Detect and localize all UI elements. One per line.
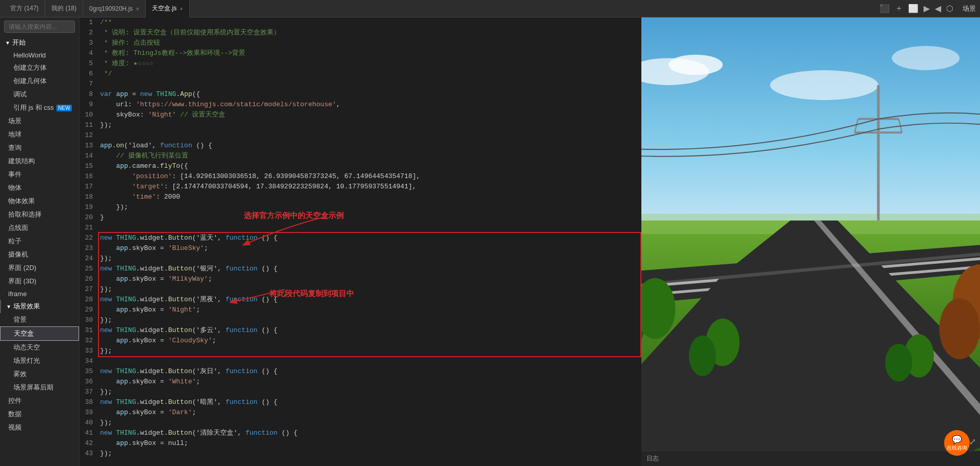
sidebar-item-iframe[interactable]: iframe (0, 288, 79, 300)
code-line: 8var app = new THING.App({ (80, 89, 641, 100)
sidebar-item-video[interactable]: 视频 (0, 421, 79, 434)
code-line: 21 (80, 223, 641, 233)
line-number: 38 (80, 397, 98, 407)
svg-point-25 (689, 336, 716, 376)
sidebar-item-data[interactable]: 数据 (0, 407, 79, 421)
line-content: skyBox: 'Night' // 设置天空盒 (98, 110, 641, 120)
tab-group: 官方 (147) 我的 (18) 0grq190920H.js × 天空盒.js… (4, 0, 190, 17)
tab-file1-label: 0grq190920H.js (89, 5, 133, 12)
code-line: 37}); (80, 387, 641, 397)
line-content: }); (98, 315, 641, 325)
search-input[interactable] (4, 21, 75, 33)
sidebar-item-scene[interactable]: 场景 (0, 114, 79, 128)
line-number: 5 (80, 59, 98, 69)
code-line: 23 app.skyBox = 'BlueSky'; (80, 243, 641, 254)
scene-label: 场景 (963, 4, 976, 13)
sidebar-item-camera[interactable]: 摄像机 (0, 248, 79, 261)
sidebar-item-particle[interactable]: 粒子 (0, 235, 79, 248)
online-chat-button[interactable]: 💬 在线咨询 (944, 430, 970, 456)
toolbar-icon-3[interactable]: ⬜ (908, 4, 918, 13)
toolbar-icon-2[interactable]: ＋ (895, 3, 903, 14)
code-line: 16 'position': [14.929613003036518, 26.9… (80, 171, 641, 182)
sidebar-item-control[interactable]: 控件 (0, 394, 79, 407)
sidebar-item-create-geo[interactable]: 创建几何体 (0, 74, 79, 88)
code-line: 27}); (80, 284, 641, 295)
line-content: */ (98, 69, 641, 79)
sidebar: ▼ 开始 HelloWorld 创建立方体 创建几何体 调试 引用 js 和 c… (0, 17, 80, 466)
line-content: new THING.widget.Button('清除天空盒', functio… (98, 428, 641, 438)
tab-file2-close[interactable]: × (180, 6, 183, 12)
line-number: 39 (80, 407, 98, 418)
tab-file2-label: 天空盒.js (152, 4, 177, 13)
svg-point-27 (885, 344, 912, 382)
line-number: 24 (80, 254, 98, 264)
line-content: } (98, 212, 641, 223)
line-content: * 说明: 设置天空盒（目前仅能使用系统内置天空盒效果） (98, 28, 641, 38)
toolbar-icon-4[interactable]: ▶ (924, 4, 930, 13)
sidebar-item-import-js-css[interactable]: 引用 js 和 css NEW (0, 101, 79, 114)
line-number: 28 (80, 295, 98, 305)
sidebar-item-scene-light[interactable]: 场景灯光 (0, 354, 79, 367)
line-content (98, 356, 641, 366)
sidebar-item-building[interactable]: 建筑结构 (0, 154, 79, 168)
tab-file1[interactable]: 0grq190920H.js × (83, 0, 146, 17)
sidebar-item-pick-select[interactable]: 拾取和选择 (0, 208, 79, 221)
code-line: 7 (80, 79, 641, 89)
line-number: 19 (80, 202, 98, 212)
line-content: }); (98, 120, 641, 130)
line-number: 23 (80, 243, 98, 254)
toolbar-icon-1[interactable]: ⬛ (879, 4, 890, 13)
sidebar-item-scene-afterimage[interactable]: 场景屏幕后期 (0, 381, 79, 394)
sidebar-item-fog[interactable]: 雾效 (0, 367, 79, 381)
tab-mine[interactable]: 我的 (18) (45, 0, 83, 17)
code-line: 14 // 摄像机飞行到某位置 (80, 151, 641, 161)
code-line: 10 skyBox: 'Night' // 设置天空盒 (80, 110, 641, 120)
code-line: 5 * 难度: ★☆☆☆☆ (80, 59, 641, 69)
tab-file1-close[interactable]: × (136, 6, 139, 12)
line-number: 10 (80, 110, 98, 120)
line-number: 40 (80, 418, 98, 428)
line-number: 22 (80, 233, 98, 243)
sidebar-item-start[interactable]: ▼ 开始 (0, 36, 79, 49)
line-content: app.skyBox = null; (98, 438, 641, 449)
line-number: 36 (80, 377, 98, 387)
sidebar-item-scene-effect[interactable]: ▼ 场景效果 (0, 300, 79, 313)
svg-point-2 (669, 55, 723, 75)
code-editor[interactable]: 1/**2 * 说明: 设置天空盒（目前仅能使用系统内置天空盒效果）3 * 操作… (80, 17, 641, 466)
toolbar-icon-5[interactable]: ◀ (935, 4, 941, 13)
tab-official-label: 官方 (147) (10, 4, 38, 13)
sidebar-item-object-effect[interactable]: 物体效果 (0, 195, 79, 208)
sidebar-item-event[interactable]: 事件 (0, 168, 79, 181)
toolbar-icon-6[interactable]: ⬡ (946, 4, 953, 13)
code-line: 18 'time': 2000 (80, 192, 641, 202)
line-content: }); (98, 387, 641, 397)
sidebar-item-create-cube[interactable]: 创建立方体 (0, 61, 79, 74)
line-number: 15 (80, 161, 98, 171)
sidebar-item-ui-3d[interactable]: 界面 (3D) (0, 275, 79, 288)
line-content: 'position': [14.929613003036518, 26.9399… (98, 171, 641, 182)
code-line: 13app.on('load', function () { (80, 141, 641, 151)
line-number: 29 (80, 305, 98, 315)
sidebar-item-earth[interactable]: 地球 (0, 128, 79, 141)
sidebar-item-object[interactable]: 物体 (0, 181, 79, 195)
log-label: 日志 (646, 454, 659, 463)
tab-file2[interactable]: 天空盒.js × (146, 0, 189, 17)
line-number: 30 (80, 315, 98, 325)
line-number: 13 (80, 141, 98, 151)
scene-fullscreen-icon[interactable]: ⤢ (969, 437, 976, 446)
sidebar-item-skybox[interactable]: 天空盒 (0, 326, 79, 341)
code-line: 33}); (80, 346, 641, 356)
code-line: 35new THING.widget.Button('灰日', function… (80, 366, 641, 377)
sidebar-item-helloworld[interactable]: HelloWorld (0, 49, 79, 61)
sidebar-item-query[interactable]: 查询 (0, 141, 79, 154)
sidebar-item-point-line[interactable]: 点线面 (0, 221, 79, 235)
sidebar-item-ui-2d[interactable]: 界面 (2D) (0, 261, 79, 275)
sidebar-item-background[interactable]: 背景 (0, 313, 79, 326)
line-content: new THING.widget.Button('银河', function (… (98, 264, 641, 274)
sidebar-item-debug[interactable]: 调试 (0, 88, 79, 101)
code-line: 4 * 教程: ThingJs教程-->效果和环境-->背景 (80, 48, 641, 59)
sidebar-item-dynamic-sky[interactable]: 动态天空 (0, 341, 79, 354)
tab-official[interactable]: 官方 (147) (4, 0, 45, 17)
line-number: 35 (80, 366, 98, 377)
code-line: 25new THING.widget.Button('银河', function… (80, 264, 641, 274)
